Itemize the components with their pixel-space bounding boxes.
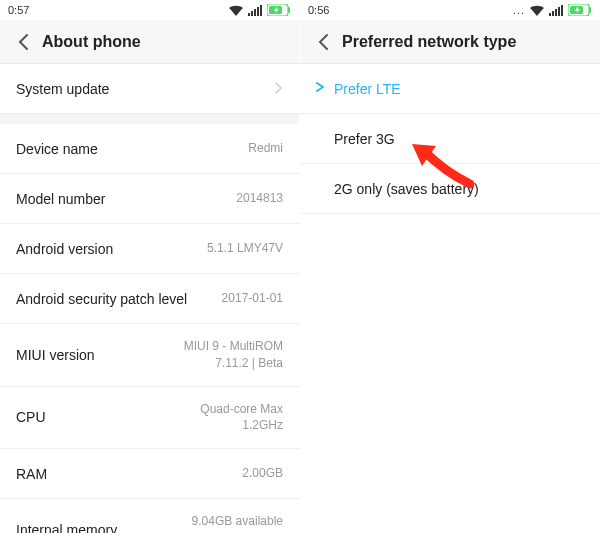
- android-version-value: 5.1.1 LMY47V: [207, 240, 283, 257]
- system-update-label: System update: [16, 81, 109, 97]
- section-divider: [0, 114, 299, 124]
- svg-rect-8: [549, 13, 551, 16]
- ram-row[interactable]: RAM 2.00GB: [0, 449, 299, 499]
- status-icons: ...: [513, 4, 592, 16]
- option-2g-only[interactable]: 2G only (saves battery): [300, 164, 600, 214]
- signal-icon: [248, 5, 262, 16]
- option-lte-label: Prefer LTE: [334, 81, 401, 97]
- phone-right: 0:56 ... Preferred network type Prefer L…: [300, 0, 600, 533]
- security-patch-value: 2017-01-01: [222, 290, 283, 307]
- svg-rect-9: [552, 11, 554, 16]
- status-bar-left: 0:57: [0, 0, 299, 20]
- title-bar-right: Preferred network type: [300, 20, 600, 64]
- wifi-icon: [229, 5, 243, 16]
- option-3g-label: Prefer 3G: [334, 131, 395, 147]
- status-time: 0:56: [308, 4, 329, 16]
- option-prefer-lte[interactable]: Prefer LTE: [300, 64, 600, 114]
- miui-version-label: MIUI version: [16, 347, 95, 363]
- battery-icon: [267, 4, 291, 16]
- security-patch-label: Android security patch level: [16, 291, 187, 307]
- phone-left: 0:57 About phone System update Device na…: [0, 0, 300, 533]
- svg-rect-1: [251, 11, 253, 16]
- android-version-label: Android version: [16, 241, 113, 257]
- wifi-icon: [530, 5, 544, 16]
- device-name-value: Redmi: [248, 140, 283, 157]
- svg-rect-7: [288, 7, 290, 13]
- cpu-value: Quad-core Max 1.2GHz: [200, 401, 283, 435]
- miui-version-value: MIUI 9 - MultiROM 7.11.2 | Beta: [184, 338, 283, 372]
- model-number-label: Model number: [16, 191, 106, 207]
- back-button[interactable]: [12, 31, 34, 53]
- security-patch-row[interactable]: Android security patch level 2017-01-01: [0, 274, 299, 324]
- option-2g-label: 2G only (saves battery): [334, 181, 479, 197]
- content-right: Prefer LTE Prefer 3G 2G only (saves batt…: [300, 64, 600, 533]
- page-title: About phone: [42, 33, 141, 51]
- signal-icon: [549, 5, 563, 16]
- miui-version-row[interactable]: MIUI version MIUI 9 - MultiROM 7.11.2 | …: [0, 324, 299, 387]
- android-version-row[interactable]: Android version 5.1.1 LMY47V: [0, 224, 299, 274]
- model-number-value: 2014813: [236, 190, 283, 207]
- svg-rect-2: [254, 9, 256, 16]
- ram-value: 2.00GB: [242, 465, 283, 482]
- svg-rect-15: [589, 7, 591, 13]
- device-name-row[interactable]: Device name Redmi: [0, 124, 299, 174]
- svg-rect-0: [248, 13, 250, 16]
- chevron-right-icon: [275, 80, 283, 98]
- model-number-row[interactable]: Model number 2014813: [0, 174, 299, 224]
- svg-rect-10: [555, 9, 557, 16]
- svg-rect-11: [558, 7, 560, 16]
- check-icon: [316, 80, 326, 97]
- title-bar-left: About phone: [0, 20, 299, 64]
- status-time: 0:57: [8, 4, 29, 16]
- cpu-label: CPU: [16, 409, 46, 425]
- back-button[interactable]: [312, 31, 334, 53]
- device-name-label: Device name: [16, 141, 98, 157]
- internal-memory-label: Internal memory: [16, 522, 117, 533]
- battery-icon: [568, 4, 592, 16]
- dots-icon: ...: [513, 4, 525, 16]
- cpu-row[interactable]: CPU Quad-core Max 1.2GHz: [0, 387, 299, 450]
- svg-rect-12: [561, 5, 563, 16]
- internal-memory-value: 9.04GB available 16.00GB total: [192, 513, 283, 533]
- option-prefer-3g[interactable]: Prefer 3G: [300, 114, 600, 164]
- svg-rect-3: [257, 7, 259, 16]
- chevron-left-icon: [18, 34, 28, 50]
- status-icons: [229, 4, 291, 16]
- internal-memory-row[interactable]: Internal memory 9.04GB available 16.00GB…: [0, 499, 299, 533]
- system-update-row[interactable]: System update: [0, 64, 299, 114]
- status-bar-right: 0:56 ...: [300, 0, 600, 20]
- chevron-left-icon: [318, 34, 328, 50]
- ram-label: RAM: [16, 466, 47, 482]
- page-title: Preferred network type: [342, 33, 516, 51]
- svg-rect-4: [260, 5, 262, 16]
- content-left: System update Device name Redmi Model nu…: [0, 64, 299, 533]
